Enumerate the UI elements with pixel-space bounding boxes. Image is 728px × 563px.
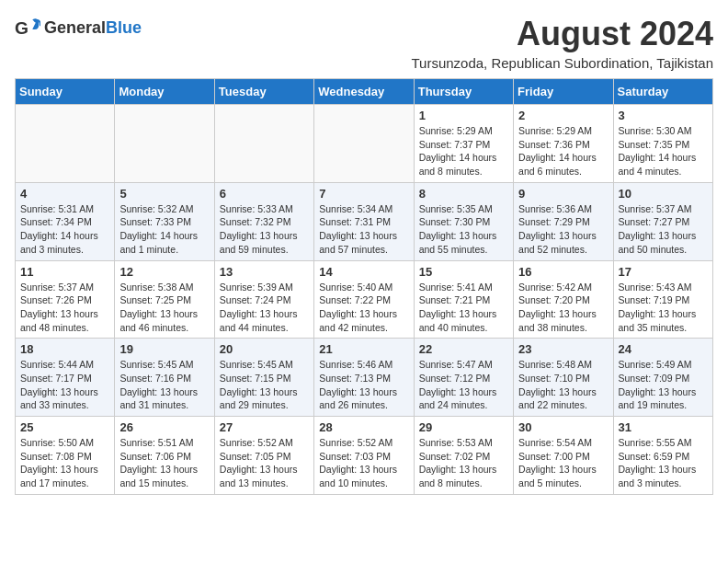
header-tuesday: Tuesday [214,79,313,105]
day-info: Sunrise: 5:43 AM Sunset: 7:19 PM Dayligh… [619,281,708,335]
day-info: Sunrise: 5:41 AM Sunset: 7:21 PM Dayligh… [419,281,508,335]
table-row: 18Sunrise: 5:44 AM Sunset: 7:17 PM Dayli… [16,339,115,417]
day-info: Sunrise: 5:37 AM Sunset: 7:27 PM Dayligh… [619,202,708,257]
table-row: 2Sunrise: 5:29 AM Sunset: 7:36 PM Daylig… [514,105,613,183]
day-info: Sunrise: 5:44 AM Sunset: 7:17 PM Dayligh… [20,358,109,412]
calendar-header-row: Sunday Monday Tuesday Wednesday Thursday… [16,79,713,105]
day-number: 12 [119,265,209,279]
day-info: Sunrise: 5:34 AM Sunset: 7:31 PM Dayligh… [319,202,408,257]
day-number: 29 [419,420,508,434]
day-number: 13 [220,265,309,279]
day-info: Sunrise: 5:32 AM Sunset: 7:33 PM Dayligh… [119,202,209,257]
calendar-week-row: 11Sunrise: 5:37 AM Sunset: 7:26 PM Dayli… [16,260,713,339]
day-info: Sunrise: 5:38 AM Sunset: 7:25 PM Dayligh… [119,281,209,335]
day-number: 15 [419,265,508,279]
day-number: 6 [220,187,309,201]
calendar-week-row: 1Sunrise: 5:29 AM Sunset: 7:37 PM Daylig… [16,105,713,183]
day-info: Sunrise: 5:51 AM Sunset: 7:06 PM Dayligh… [119,436,209,490]
table-row: 8Sunrise: 5:35 AM Sunset: 7:30 PM Daylig… [414,182,513,260]
day-info: Sunrise: 5:30 AM Sunset: 7:35 PM Dayligh… [619,124,708,178]
day-info: Sunrise: 5:52 AM Sunset: 7:03 PM Dayligh… [319,436,408,490]
title-block: August 2024 Tursunzoda, Republican Subor… [411,15,713,71]
day-number: 8 [419,187,508,201]
table-row: 4Sunrise: 5:31 AM Sunset: 7:34 PM Daylig… [16,182,115,260]
day-number: 21 [319,342,408,356]
day-number: 10 [619,187,708,201]
day-info: Sunrise: 5:49 AM Sunset: 7:09 PM Dayligh… [619,358,708,412]
calendar-week-row: 25Sunrise: 5:50 AM Sunset: 7:08 PM Dayli… [16,417,713,495]
day-number: 27 [220,420,309,434]
day-number: 5 [119,187,209,201]
day-info: Sunrise: 5:33 AM Sunset: 7:32 PM Dayligh… [220,202,309,257]
logo-icon: G [15,15,40,40]
table-row: 26Sunrise: 5:51 AM Sunset: 7:06 PM Dayli… [115,417,214,495]
day-info: Sunrise: 5:47 AM Sunset: 7:12 PM Dayligh… [419,358,508,412]
day-number: 16 [518,265,608,279]
table-row: 27Sunrise: 5:52 AM Sunset: 7:05 PM Dayli… [214,417,313,495]
day-number: 19 [119,342,209,356]
table-row: 15Sunrise: 5:41 AM Sunset: 7:21 PM Dayli… [414,260,513,339]
table-row: 5Sunrise: 5:32 AM Sunset: 7:33 PM Daylig… [115,182,214,260]
day-number: 9 [518,187,608,201]
day-number: 26 [119,420,209,434]
table-row: 28Sunrise: 5:52 AM Sunset: 7:03 PM Dayli… [314,417,414,495]
day-number: 17 [619,265,708,279]
table-row: 17Sunrise: 5:43 AM Sunset: 7:19 PM Dayli… [613,260,712,339]
table-row: 23Sunrise: 5:48 AM Sunset: 7:10 PM Dayli… [514,339,613,417]
day-info: Sunrise: 5:45 AM Sunset: 7:16 PM Dayligh… [119,358,209,412]
day-info: Sunrise: 5:29 AM Sunset: 7:37 PM Dayligh… [419,124,508,178]
header-monday: Monday [115,79,214,105]
svg-text:G: G [15,18,28,38]
day-number: 23 [518,342,608,356]
page-header: G GeneralBlue August 2024 Tursunzoda, Re… [15,15,713,71]
day-info: Sunrise: 5:52 AM Sunset: 7:05 PM Dayligh… [220,436,309,490]
logo-name: GeneralBlue [44,18,142,38]
day-info: Sunrise: 5:54 AM Sunset: 7:00 PM Dayligh… [518,436,608,490]
location-subtitle: Tursunzoda, Republican Subordination, Ta… [411,55,713,71]
day-info: Sunrise: 5:53 AM Sunset: 7:02 PM Dayligh… [419,436,508,490]
day-info: Sunrise: 5:39 AM Sunset: 7:24 PM Dayligh… [220,281,309,335]
day-info: Sunrise: 5:55 AM Sunset: 6:59 PM Dayligh… [619,436,708,490]
day-number: 1 [419,109,508,122]
table-row: 30Sunrise: 5:54 AM Sunset: 7:00 PM Dayli… [514,417,613,495]
day-info: Sunrise: 5:48 AM Sunset: 7:10 PM Dayligh… [518,358,608,412]
table-row: 7Sunrise: 5:34 AM Sunset: 7:31 PM Daylig… [314,182,414,260]
table-row: 1Sunrise: 5:29 AM Sunset: 7:37 PM Daylig… [414,105,513,183]
day-info: Sunrise: 5:40 AM Sunset: 7:22 PM Dayligh… [319,281,408,335]
day-number: 28 [319,420,408,434]
day-info: Sunrise: 5:37 AM Sunset: 7:26 PM Dayligh… [20,281,109,335]
day-number: 18 [20,342,109,356]
header-friday: Friday [514,79,613,105]
calendar-week-row: 4Sunrise: 5:31 AM Sunset: 7:34 PM Daylig… [16,182,713,260]
table-row [115,105,214,183]
day-number: 3 [619,109,708,122]
day-info: Sunrise: 5:29 AM Sunset: 7:36 PM Dayligh… [518,124,608,178]
table-row [314,105,414,183]
day-number: 25 [20,420,109,434]
logo: G GeneralBlue [15,15,142,40]
day-number: 31 [619,420,708,434]
header-wednesday: Wednesday [314,79,414,105]
table-row: 12Sunrise: 5:38 AM Sunset: 7:25 PM Dayli… [115,260,214,339]
day-info: Sunrise: 5:46 AM Sunset: 7:13 PM Dayligh… [319,358,408,412]
table-row: 6Sunrise: 5:33 AM Sunset: 7:32 PM Daylig… [214,182,313,260]
table-row: 14Sunrise: 5:40 AM Sunset: 7:22 PM Dayli… [314,260,414,339]
table-row: 31Sunrise: 5:55 AM Sunset: 6:59 PM Dayli… [613,417,712,495]
table-row: 16Sunrise: 5:42 AM Sunset: 7:20 PM Dayli… [514,260,613,339]
header-thursday: Thursday [414,79,513,105]
day-number: 24 [619,342,708,356]
day-number: 11 [20,265,109,279]
day-number: 7 [319,187,408,201]
day-number: 20 [220,342,309,356]
table-row: 24Sunrise: 5:49 AM Sunset: 7:09 PM Dayli… [613,339,712,417]
day-info: Sunrise: 5:31 AM Sunset: 7:34 PM Dayligh… [20,202,109,257]
day-number: 2 [518,109,608,122]
day-info: Sunrise: 5:35 AM Sunset: 7:30 PM Dayligh… [419,202,508,257]
day-number: 30 [518,420,608,434]
day-number: 14 [319,265,408,279]
table-row [16,105,115,183]
table-row: 3Sunrise: 5:30 AM Sunset: 7:35 PM Daylig… [613,105,712,183]
calendar-table: Sunday Monday Tuesday Wednesday Thursday… [15,78,713,495]
table-row: 21Sunrise: 5:46 AM Sunset: 7:13 PM Dayli… [314,339,414,417]
day-info: Sunrise: 5:36 AM Sunset: 7:29 PM Dayligh… [518,202,608,257]
